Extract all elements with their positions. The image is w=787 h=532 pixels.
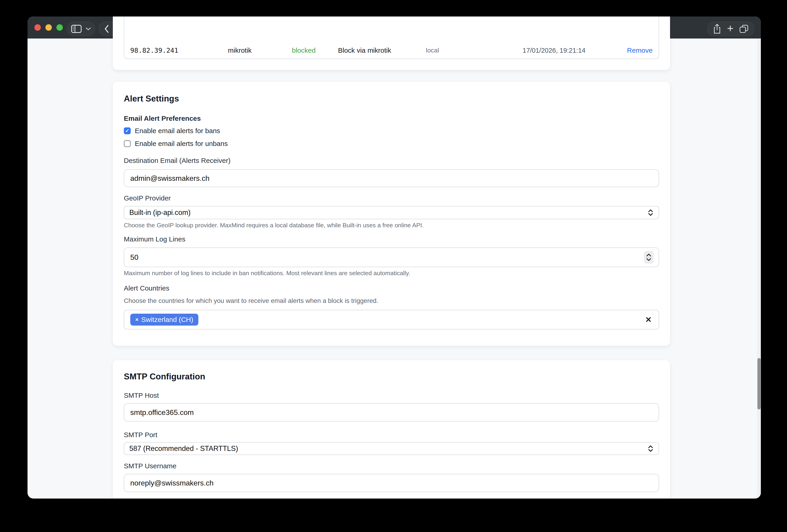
alert-countries-label: Alert Countries (124, 284, 659, 292)
alert-countries-field[interactable]: × Switzerland (CH) ✕ (124, 310, 659, 330)
new-tab-icon[interactable]: + (727, 23, 733, 34)
banned-ip-value: 98.82.39.241 (130, 42, 178, 59)
select-updown-icon (647, 209, 654, 216)
jail-value: mikrotik (228, 42, 252, 59)
sidebar-toggle-icon[interactable] (71, 25, 82, 33)
country-tag-label: Switzerland (CH) (141, 316, 193, 324)
max-log-lines-value[interactable]: 50 (130, 253, 139, 262)
alert-countries-helper-text: Choose the countries for which you want … (124, 297, 659, 305)
zoom-window-button[interactable] (57, 24, 63, 31)
smtp-username-label: SMTP Username (124, 462, 659, 470)
share-icon[interactable] (713, 24, 721, 34)
browser-window: fail2ban.swissmakers.corp A 文 ↻ (27, 17, 761, 498)
smtp-configuration-card: SMTP Configuration SMTP Host SMTP Port 5… (113, 360, 670, 498)
scrollbar-thumb[interactable] (758, 358, 761, 409)
timestamp-value: 17/01/2026, 19:21:14 (523, 42, 586, 59)
smtp-host-input[interactable] (124, 403, 659, 422)
checkbox-row-bans: ✓ Enable email alerts for bans (124, 126, 659, 136)
number-stepper[interactable] (644, 251, 654, 264)
tab-overview-icon[interactable] (739, 24, 749, 34)
banned-ips-table: 98.82.39.241 mikrotik blocked Block via … (124, 17, 659, 59)
clear-all-icon[interactable]: ✕ (645, 315, 652, 324)
smtp-port-select[interactable]: 587 (Recommended - STARTTLS) (124, 442, 659, 455)
smtp-port-label: SMTP Port (124, 431, 659, 439)
smtp-configuration-title: SMTP Configuration (124, 372, 659, 382)
destination-email-label: Destination Email (Alerts Receiver) (124, 156, 659, 165)
select-updown-icon (647, 445, 654, 452)
max-log-lines-label: Maximum Log Lines (124, 235, 659, 243)
action-value: Block via mikrotik (338, 42, 391, 59)
smtp-host-label: SMTP Host (124, 391, 659, 400)
bans-checkbox-label[interactable]: Enable email alerts for bans (135, 127, 220, 135)
max-log-lines-helper-text: Maximum number of log lines to include i… (124, 269, 659, 277)
geoip-provider-label: GeoIP Provider (124, 194, 659, 202)
source-value: local (426, 42, 439, 59)
table-row: 98.82.39.241 mikrotik blocked Block via … (124, 42, 659, 59)
banned-ips-card: 98.82.39.241 mikrotik blocked Block via … (113, 17, 670, 70)
minimize-window-button[interactable] (45, 24, 52, 31)
window-controls (35, 24, 63, 31)
bans-checkbox[interactable]: ✓ (124, 127, 131, 134)
email-preferences-label: Email Alert Preferences (124, 114, 659, 123)
page-content: 98.82.39.241 mikrotik blocked Block via … (27, 39, 761, 498)
status-badge: blocked (292, 42, 316, 59)
tag-remove-icon[interactable]: × (135, 316, 139, 323)
checkbox-row-unbans: Enable email alerts for unbans (124, 139, 659, 149)
unbans-checkbox[interactable] (124, 140, 131, 147)
alert-settings-title: Alert Settings (124, 94, 659, 104)
geoip-helper-text: Choose the GeoIP lookup provider. MaxMin… (124, 222, 659, 229)
back-button[interactable] (104, 24, 109, 33)
alert-settings-card: Alert Settings Email Alert Preferences ✓… (113, 82, 670, 346)
country-tag[interactable]: × Switzerland (CH) (130, 314, 198, 326)
right-toolbar-group: + (707, 22, 754, 36)
geoip-provider-value: Built-in (ip-api.com) (129, 208, 647, 217)
unbans-checkbox-label[interactable]: Enable email alerts for unbans (135, 140, 228, 148)
smtp-username-input[interactable] (124, 474, 659, 492)
destination-email-input[interactable] (124, 169, 659, 187)
smtp-port-value: 587 (Recommended - STARTTLS) (129, 444, 647, 453)
sidebar-toolbar-group (67, 22, 95, 36)
scrollbar-track[interactable] (757, 39, 761, 498)
max-log-lines-field: 50 (124, 247, 659, 267)
remove-link[interactable]: Remove (627, 42, 653, 59)
close-window-button[interactable] (35, 24, 41, 31)
geoip-provider-select[interactable]: Built-in (ip-api.com) (124, 206, 659, 219)
sidebar-chevron-down-icon[interactable] (86, 27, 91, 30)
